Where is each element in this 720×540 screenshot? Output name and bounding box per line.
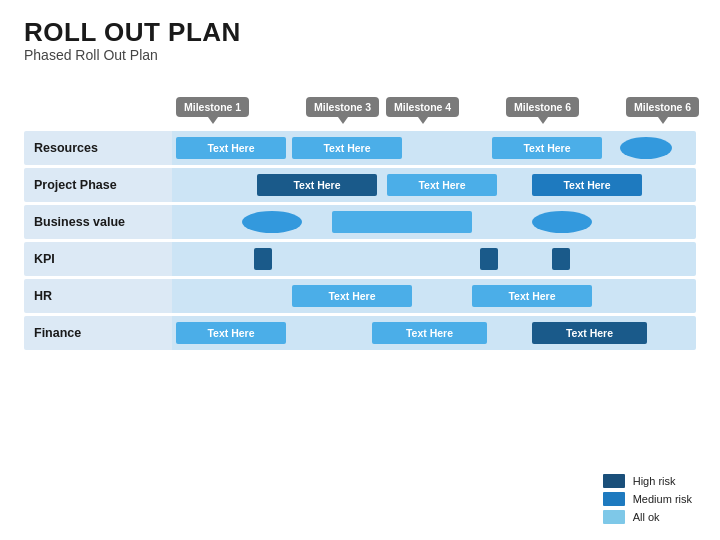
- legend-color-box: [603, 474, 625, 488]
- legend-label: High risk: [633, 475, 676, 487]
- row-content: [172, 205, 696, 239]
- row-content: Text HereText HereText Here: [172, 131, 696, 165]
- bar-2-2: [532, 211, 592, 233]
- bar-0-3: [620, 137, 672, 159]
- legend-label: Medium risk: [633, 493, 692, 505]
- bar-0-0: Text Here: [176, 137, 286, 159]
- bar-1-2: Text Here: [532, 174, 642, 196]
- milestones-row: Milestone 1Milestone 3Milestone 4Milesto…: [176, 73, 696, 127]
- gantt-row-kpi: KPI: [24, 242, 696, 276]
- gantt-row-resources: ResourcesText HereText HereText Here: [24, 131, 696, 165]
- legend-item-2: All ok: [603, 510, 692, 524]
- gantt-row-hr: HRText HereText Here: [24, 279, 696, 313]
- page-title: ROLL OUT PLAN: [24, 18, 696, 47]
- legend-color-box: [603, 492, 625, 506]
- bar-4-0: Text Here: [292, 285, 412, 307]
- milestone-1: Milestone 1: [176, 97, 249, 117]
- bar-4-1: Text Here: [472, 285, 592, 307]
- row-label: Finance: [24, 316, 172, 350]
- legend-color-box: [603, 510, 625, 524]
- row-content: Text HereText Here: [172, 279, 696, 313]
- milestone-5: Milestone 6: [626, 97, 699, 117]
- row-content: Text HereText HereText Here: [172, 168, 696, 202]
- bar-5-2: Text Here: [532, 322, 647, 344]
- bar-3-0: [254, 248, 272, 270]
- row-label: HR: [24, 279, 172, 313]
- milestone-4: Milestone 6: [506, 97, 579, 117]
- row-label: KPI: [24, 242, 172, 276]
- gantt-row-finance: FinanceText HereText HereText Here: [24, 316, 696, 350]
- bar-3-1: [480, 248, 498, 270]
- bar-2-1: [332, 211, 472, 233]
- bar-0-2: Text Here: [492, 137, 602, 159]
- legend: High riskMedium riskAll ok: [603, 474, 692, 524]
- page-subtitle: Phased Roll Out Plan: [24, 47, 696, 63]
- legend-item-1: Medium risk: [603, 492, 692, 506]
- bar-1-1: Text Here: [387, 174, 497, 196]
- bar-5-0: Text Here: [176, 322, 286, 344]
- row-content: Text HereText HereText Here: [172, 316, 696, 350]
- bar-0-1: Text Here: [292, 137, 402, 159]
- bar-3-2: [552, 248, 570, 270]
- gantt-table: ResourcesText HereText HereText HereProj…: [24, 131, 696, 350]
- row-label: Project Phase: [24, 168, 172, 202]
- gantt-row-project-phase: Project PhaseText HereText HereText Here: [24, 168, 696, 202]
- legend-label: All ok: [633, 511, 660, 523]
- row-content: [172, 242, 696, 276]
- row-label: Resources: [24, 131, 172, 165]
- bar-1-0: Text Here: [257, 174, 377, 196]
- row-label: Business value: [24, 205, 172, 239]
- bar-2-0: [242, 211, 302, 233]
- bar-5-1: Text Here: [372, 322, 487, 344]
- milestone-3: Milestone 4: [386, 97, 459, 117]
- legend-item-0: High risk: [603, 474, 692, 488]
- gantt-row-business-value: Business value: [24, 205, 696, 239]
- milestone-2: Milestone 3: [306, 97, 379, 117]
- page: ROLL OUT PLAN Phased Roll Out Plan Miles…: [0, 0, 720, 540]
